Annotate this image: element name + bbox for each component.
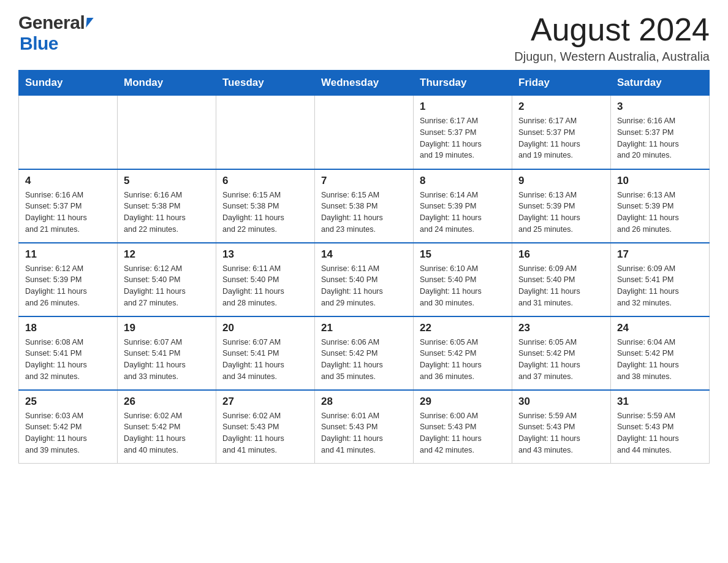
day-info: Sunrise: 5:59 AM Sunset: 5:43 PM Dayligh… <box>617 410 703 456</box>
day-number: 3 <box>617 101 703 113</box>
day-info: Sunrise: 6:17 AM Sunset: 5:37 PM Dayligh… <box>518 115 604 161</box>
day-info: Sunrise: 6:01 AM Sunset: 5:43 PM Dayligh… <box>321 410 407 456</box>
day-info: Sunrise: 6:12 AM Sunset: 5:40 PM Dayligh… <box>124 263 210 309</box>
weekday-header-tuesday: Tuesday <box>216 71 315 96</box>
day-number: 20 <box>222 322 308 334</box>
calendar-cell: 16Sunrise: 6:09 AM Sunset: 5:40 PM Dayli… <box>512 243 611 316</box>
calendar-cell: 31Sunrise: 5:59 AM Sunset: 5:43 PM Dayli… <box>611 390 710 464</box>
calendar-cell: 3Sunrise: 6:16 AM Sunset: 5:37 PM Daylig… <box>611 96 710 169</box>
calendar-cell: 19Sunrise: 6:07 AM Sunset: 5:41 PM Dayli… <box>118 316 216 390</box>
day-info: Sunrise: 6:11 AM Sunset: 5:40 PM Dayligh… <box>321 263 407 309</box>
day-number: 28 <box>321 396 407 408</box>
calendar-cell <box>216 96 315 169</box>
day-info: Sunrise: 5:59 AM Sunset: 5:43 PM Dayligh… <box>518 410 604 456</box>
calendar-cell: 26Sunrise: 6:02 AM Sunset: 5:42 PM Dayli… <box>118 390 216 464</box>
calendar-cell: 25Sunrise: 6:03 AM Sunset: 5:42 PM Dayli… <box>19 390 118 464</box>
calendar-week-row: 25Sunrise: 6:03 AM Sunset: 5:42 PM Dayli… <box>19 390 710 464</box>
calendar-week-row: 1Sunrise: 6:17 AM Sunset: 5:37 PM Daylig… <box>19 96 710 169</box>
calendar-week-row: 18Sunrise: 6:08 AM Sunset: 5:41 PM Dayli… <box>19 316 710 390</box>
day-number: 10 <box>617 175 703 187</box>
day-info: Sunrise: 6:12 AM Sunset: 5:39 PM Dayligh… <box>25 263 111 309</box>
day-number: 1 <box>420 101 506 113</box>
calendar-cell: 15Sunrise: 6:10 AM Sunset: 5:40 PM Dayli… <box>414 243 512 316</box>
calendar-cell <box>19 96 118 169</box>
calendar-cell: 1Sunrise: 6:17 AM Sunset: 5:37 PM Daylig… <box>414 96 512 169</box>
calendar-cell: 6Sunrise: 6:15 AM Sunset: 5:38 PM Daylig… <box>216 169 315 243</box>
day-number: 13 <box>222 248 308 261</box>
day-info: Sunrise: 6:11 AM Sunset: 5:40 PM Dayligh… <box>222 263 308 309</box>
calendar-cell: 7Sunrise: 6:15 AM Sunset: 5:38 PM Daylig… <box>315 169 414 243</box>
day-number: 21 <box>321 322 407 334</box>
day-info: Sunrise: 6:03 AM Sunset: 5:42 PM Dayligh… <box>25 410 111 456</box>
weekday-header-wednesday: Wednesday <box>315 71 414 96</box>
day-info: Sunrise: 6:07 AM Sunset: 5:41 PM Dayligh… <box>222 337 308 383</box>
calendar-cell: 11Sunrise: 6:12 AM Sunset: 5:39 PM Dayli… <box>19 243 118 316</box>
day-info: Sunrise: 6:02 AM Sunset: 5:42 PM Dayligh… <box>124 410 210 456</box>
day-number: 11 <box>25 248 111 261</box>
weekday-header-thursday: Thursday <box>414 71 512 96</box>
day-number: 23 <box>518 322 604 334</box>
day-info: Sunrise: 6:13 AM Sunset: 5:39 PM Dayligh… <box>518 190 604 236</box>
calendar-cell <box>315 96 414 169</box>
calendar-header-row: SundayMondayTuesdayWednesdayThursdayFrid… <box>19 71 710 96</box>
day-number: 16 <box>518 248 604 261</box>
day-info: Sunrise: 6:16 AM Sunset: 5:37 PM Dayligh… <box>25 190 111 236</box>
calendar-cell <box>118 96 216 169</box>
day-number: 24 <box>617 322 703 334</box>
calendar-cell: 29Sunrise: 6:00 AM Sunset: 5:43 PM Dayli… <box>414 390 512 464</box>
calendar-cell: 23Sunrise: 6:05 AM Sunset: 5:42 PM Dayli… <box>512 316 611 390</box>
day-info: Sunrise: 6:05 AM Sunset: 5:42 PM Dayligh… <box>518 337 604 383</box>
calendar-cell: 13Sunrise: 6:11 AM Sunset: 5:40 PM Dayli… <box>216 243 315 316</box>
logo-general: General <box>18 12 85 33</box>
weekday-header-monday: Monday <box>118 71 216 96</box>
day-info: Sunrise: 6:09 AM Sunset: 5:41 PM Dayligh… <box>617 263 703 309</box>
logo-blue: Blue <box>20 33 58 53</box>
calendar-cell: 27Sunrise: 6:02 AM Sunset: 5:43 PM Dayli… <box>216 390 315 464</box>
day-info: Sunrise: 6:17 AM Sunset: 5:37 PM Dayligh… <box>420 115 506 161</box>
day-number: 2 <box>518 101 604 113</box>
day-info: Sunrise: 6:04 AM Sunset: 5:42 PM Dayligh… <box>617 337 703 383</box>
calendar-cell: 8Sunrise: 6:14 AM Sunset: 5:39 PM Daylig… <box>414 169 512 243</box>
day-number: 26 <box>124 396 210 408</box>
day-info: Sunrise: 6:13 AM Sunset: 5:39 PM Dayligh… <box>617 190 703 236</box>
day-info: Sunrise: 6:00 AM Sunset: 5:43 PM Dayligh… <box>420 410 506 456</box>
location: Djugun, Western Australia, Australia <box>514 50 710 64</box>
month-title: August 2024 <box>514 12 710 47</box>
weekday-header-sunday: Sunday <box>19 71 118 96</box>
day-info: Sunrise: 6:16 AM Sunset: 5:37 PM Dayligh… <box>617 115 703 161</box>
logo: General Blue <box>18 12 93 54</box>
day-info: Sunrise: 6:07 AM Sunset: 5:41 PM Dayligh… <box>124 337 210 383</box>
day-number: 27 <box>222 396 308 408</box>
day-number: 25 <box>25 396 111 408</box>
day-number: 15 <box>420 248 506 261</box>
weekday-header-friday: Friday <box>512 71 611 96</box>
calendar-cell: 14Sunrise: 6:11 AM Sunset: 5:40 PM Dayli… <box>315 243 414 316</box>
day-number: 30 <box>518 396 604 408</box>
calendar-week-row: 11Sunrise: 6:12 AM Sunset: 5:39 PM Dayli… <box>19 243 710 316</box>
calendar-week-row: 4Sunrise: 6:16 AM Sunset: 5:37 PM Daylig… <box>19 169 710 243</box>
calendar-cell: 28Sunrise: 6:01 AM Sunset: 5:43 PM Dayli… <box>315 390 414 464</box>
page-header: General Blue August 2024 Djugun, Western… <box>18 12 710 64</box>
day-info: Sunrise: 6:14 AM Sunset: 5:39 PM Dayligh… <box>420 190 506 236</box>
calendar-cell: 20Sunrise: 6:07 AM Sunset: 5:41 PM Dayli… <box>216 316 315 390</box>
day-number: 7 <box>321 175 407 187</box>
day-info: Sunrise: 6:15 AM Sunset: 5:38 PM Dayligh… <box>222 190 308 236</box>
day-info: Sunrise: 6:10 AM Sunset: 5:40 PM Dayligh… <box>420 263 506 309</box>
calendar-cell: 10Sunrise: 6:13 AM Sunset: 5:39 PM Dayli… <box>611 169 710 243</box>
day-number: 29 <box>420 396 506 408</box>
day-number: 5 <box>124 175 210 187</box>
day-info: Sunrise: 6:06 AM Sunset: 5:42 PM Dayligh… <box>321 337 407 383</box>
day-number: 31 <box>617 396 703 408</box>
title-area: August 2024 Djugun, Western Australia, A… <box>514 12 710 64</box>
calendar-cell: 2Sunrise: 6:17 AM Sunset: 5:37 PM Daylig… <box>512 96 611 169</box>
calendar-cell: 24Sunrise: 6:04 AM Sunset: 5:42 PM Dayli… <box>611 316 710 390</box>
day-info: Sunrise: 6:15 AM Sunset: 5:38 PM Dayligh… <box>321 190 407 236</box>
calendar-table: SundayMondayTuesdayWednesdayThursdayFrid… <box>18 70 710 464</box>
calendar-cell: 21Sunrise: 6:06 AM Sunset: 5:42 PM Dayli… <box>315 316 414 390</box>
day-number: 18 <box>25 322 111 334</box>
calendar-cell: 4Sunrise: 6:16 AM Sunset: 5:37 PM Daylig… <box>19 169 118 243</box>
day-info: Sunrise: 6:09 AM Sunset: 5:40 PM Dayligh… <box>518 263 604 309</box>
day-number: 4 <box>25 175 111 187</box>
calendar-cell: 17Sunrise: 6:09 AM Sunset: 5:41 PM Dayli… <box>611 243 710 316</box>
day-number: 6 <box>222 175 308 187</box>
